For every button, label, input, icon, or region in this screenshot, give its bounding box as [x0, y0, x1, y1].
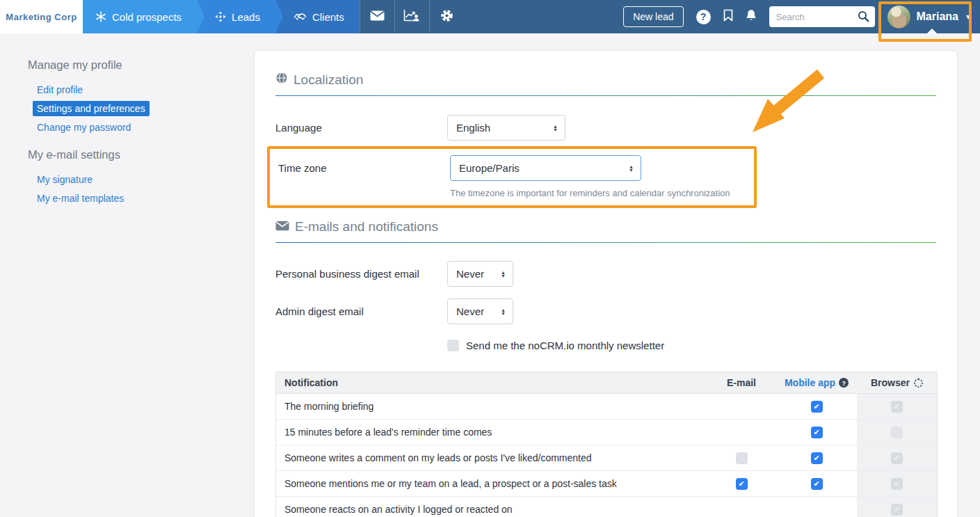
email-cell	[707, 445, 776, 470]
section-divider	[275, 242, 936, 243]
email-cell	[707, 394, 776, 419]
mobile-checkbox[interactable]: ✔	[811, 478, 823, 490]
column-header-mobile-app[interactable]: Mobile app ?	[785, 377, 849, 388]
envelope-icon	[370, 10, 385, 24]
newsletter-label: Send me the noCRM.io monthly newsletter	[466, 340, 664, 351]
tab-leads[interactable]: Leads	[197, 0, 275, 33]
search-icon[interactable]	[858, 10, 869, 25]
notification-row-label: The morning briefing	[276, 394, 707, 419]
sidebar-section-heading: My e-mail settings	[28, 148, 223, 161]
sidebar-item-settings-and-preferences[interactable]: Settings and preferences	[33, 101, 150, 116]
move-icon	[215, 11, 226, 22]
handshake-icon	[294, 12, 307, 22]
tab-label: Leads	[232, 11, 260, 23]
notification-row: Someone writes a comment on my leads or …	[276, 445, 937, 471]
notifications-table-header: Notification E-mail Mobile app ? Browser	[276, 372, 937, 394]
top-navbar: Marketing Corp Cold prospects Leads Clie…	[0, 0, 980, 33]
sidebar-item-my-signature[interactable]: My signature	[33, 172, 97, 187]
bell-icon[interactable]	[746, 9, 757, 24]
notifications-table: Notification E-mail Mobile app ? Browser…	[275, 372, 938, 517]
personal-digest-select[interactable]: Never ▲▼	[447, 261, 513, 287]
mobile-cell	[776, 497, 857, 517]
email-cell	[707, 420, 776, 445]
chart-user-icon	[403, 9, 420, 24]
help-icon[interactable]: ?	[839, 378, 849, 388]
chevron-down-icon: ▾	[966, 12, 970, 22]
column-header-notification: Notification	[276, 377, 707, 388]
annotation-timezone-highlight-box: Time zone Europe/Paris ▲▼ The timezone i…	[267, 146, 757, 208]
globe-icon	[275, 72, 288, 88]
language-label: Language	[275, 122, 447, 134]
statistics-button[interactable]	[394, 0, 429, 33]
notification-row: Someone reacts on an activity I logged o…	[276, 497, 937, 517]
notification-row-label: Someone writes a comment on my leads or …	[276, 445, 707, 470]
sidebar-item-change-my-password[interactable]: Change my password	[33, 120, 135, 135]
tab-cold-prospects[interactable]: Cold prospects	[83, 0, 197, 33]
email-cell	[707, 497, 776, 517]
mobile-cell: ✔	[776, 394, 857, 419]
browser-checkbox: ✔	[891, 401, 903, 413]
bookmark-icon[interactable]	[723, 9, 733, 24]
user-menu-anchor-caret	[926, 29, 938, 34]
browser-cell: ✔	[857, 471, 937, 496]
browser-cell: ✔	[857, 394, 937, 419]
browser-checkbox: ✔	[891, 452, 903, 464]
browser-checkbox: ✔	[891, 504, 903, 516]
sidebar-section-heading: Manage my profile	[28, 58, 223, 72]
email-checkbox[interactable]: ✔	[736, 478, 748, 490]
notification-row: 15 minutes before a lead's reminder time…	[276, 420, 937, 445]
user-menu[interactable]: Mariana ▾	[887, 6, 971, 29]
snowflake-icon	[95, 11, 106, 22]
inbox-email-button[interactable]	[360, 0, 394, 33]
new-lead-button[interactable]: New lead	[623, 6, 683, 27]
timezone-help-text: The timezone is important for reminders …	[450, 188, 754, 198]
localization-section-heading: Localization	[275, 72, 936, 88]
settings-card: Localization Language English ▲▼ Time zo…	[254, 50, 958, 517]
mobile-checkbox[interactable]: ✔	[811, 401, 823, 413]
admin-digest-label: Admin digest email	[275, 305, 447, 317]
select-arrows-icon: ▲▼	[553, 125, 558, 132]
notification-row: The morning briefing✔✔	[276, 394, 937, 420]
sidebar-item-edit-profile[interactable]: Edit profile	[33, 82, 87, 97]
brand-logo[interactable]: Marketing Corp	[0, 0, 83, 33]
notification-row-label: Someone reacts on an activity I logged o…	[276, 497, 707, 517]
sidebar-item-my-e-mail-templates[interactable]: My e-mail templates	[33, 191, 128, 206]
loading-spinner-icon	[914, 379, 923, 388]
email-checkbox[interactable]	[736, 452, 748, 464]
tab-label: Clients	[312, 11, 344, 23]
emails-section-heading: E-mails and notifications	[275, 219, 936, 234]
personal-digest-label: Personal business digest email	[275, 268, 447, 280]
select-arrows-icon: ▲▼	[501, 271, 506, 278]
tab-label: Cold prospects	[112, 11, 182, 23]
browser-cell	[857, 420, 937, 445]
select-arrows-icon: ▲▼	[501, 308, 506, 315]
newsletter-checkbox[interactable]	[447, 340, 459, 351]
notification-row-label: Someone mentions me or my team on a lead…	[276, 471, 707, 496]
notification-row-label: 15 minutes before a lead's reminder time…	[276, 420, 707, 445]
mobile-cell: ✔	[776, 445, 857, 470]
mobile-checkbox[interactable]: ✔	[811, 427, 823, 438]
notification-row: Someone mentions me or my team on a lead…	[276, 471, 937, 497]
user-name: Mariana	[917, 10, 958, 23]
timezone-label: Time zone	[278, 162, 450, 174]
column-header-email: E-mail	[707, 377, 776, 388]
tab-clients[interactable]: Clients	[275, 0, 360, 33]
settings-sidebar: Manage my profileEdit profileSettings an…	[28, 58, 223, 219]
mobile-cell: ✔	[776, 471, 857, 496]
help-icon[interactable]: ?	[696, 10, 711, 24]
select-arrows-icon: ▲▼	[629, 165, 634, 172]
browser-cell: ✔	[857, 445, 937, 470]
section-divider	[275, 95, 936, 96]
column-header-browser: Browser	[871, 377, 923, 388]
language-select[interactable]: English ▲▼	[447, 115, 565, 141]
browser-checkbox: ✔	[891, 478, 903, 490]
browser-cell: ✔	[857, 497, 937, 517]
gear-icon	[440, 9, 453, 25]
avatar	[887, 6, 910, 29]
admin-settings-button[interactable]	[429, 0, 464, 33]
mobile-checkbox[interactable]: ✔	[811, 452, 823, 464]
envelope-icon	[275, 219, 289, 234]
email-cell: ✔	[707, 471, 776, 496]
admin-digest-select[interactable]: Never ▲▼	[447, 299, 513, 324]
timezone-select[interactable]: Europe/Paris ▲▼	[450, 155, 641, 181]
